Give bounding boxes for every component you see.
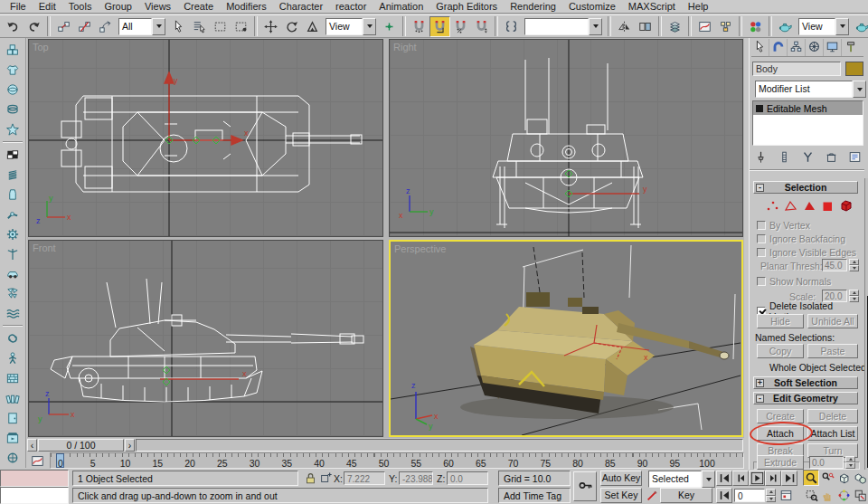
- menu-modifiers[interactable]: Modifiers: [220, 1, 273, 12]
- reactor-ragdoll-constraint-icon[interactable]: [2, 348, 24, 368]
- vertex-mode-icon[interactable]: [766, 199, 779, 215]
- make-unique-icon[interactable]: [801, 150, 815, 166]
- key-filters-button[interactable]: Key Filters...: [660, 488, 712, 503]
- render-scene-button-icon[interactable]: [775, 16, 796, 37]
- planar-thresh-field[interactable]: 45.0: [822, 259, 847, 271]
- pan-icon[interactable]: [819, 487, 835, 503]
- reactor-toy-car-icon[interactable]: [2, 263, 24, 283]
- paste-button[interactable]: Paste: [807, 344, 858, 358]
- remove-modifier-icon[interactable]: [825, 150, 838, 166]
- z-coord-field[interactable]: 0.0: [447, 471, 488, 485]
- time-slider-handle[interactable]: 0 / 100: [38, 439, 124, 452]
- copy-button[interactable]: Copy: [757, 344, 804, 358]
- delete-button[interactable]: Delete: [807, 409, 858, 423]
- reactor-preview-animation-icon[interactable]: [2, 428, 24, 448]
- auto-key-button[interactable]: Auto Key: [600, 471, 642, 486]
- absolute-mode-icon[interactable]: [317, 470, 334, 486]
- maxscript-listener-pink[interactable]: [0, 470, 69, 487]
- modifier-stack[interactable]: Editable Mesh: [752, 100, 863, 146]
- show-end-result-icon[interactable]: [778, 150, 791, 166]
- play-button[interactable]: [749, 471, 765, 486]
- viewport-front[interactable]: Front: [28, 240, 383, 437]
- align-button-icon[interactable]: [635, 16, 656, 37]
- object-color-swatch[interactable]: [845, 62, 863, 76]
- render-preset-dropdown-button[interactable]: [835, 18, 849, 35]
- selection-filter-dropdown[interactable]: All: [118, 18, 165, 35]
- menu-views[interactable]: Views: [138, 1, 177, 12]
- next-frame-button[interactable]: [765, 471, 781, 486]
- percent-snap-toggle-button-icon[interactable]: [450, 16, 471, 37]
- window-crossing-toggle-icon[interactable]: [231, 16, 251, 37]
- select-and-rotate-button-icon[interactable]: [281, 16, 302, 37]
- reactor-dominoes-icon[interactable]: [2, 388, 24, 408]
- select-and-link-button-icon[interactable]: [53, 16, 74, 37]
- panel-scrollbar[interactable]: [864, 178, 868, 470]
- track-bar[interactable]: 0510152025303540455055606570758085909510…: [50, 452, 744, 469]
- add-time-tag-field[interactable]: Add Time Tag: [498, 488, 571, 503]
- tab-display[interactable]: [824, 39, 842, 56]
- configure-modifier-sets-icon[interactable]: [848, 150, 862, 166]
- spinner-snap-toggle-button-icon[interactable]: [471, 16, 492, 37]
- reactor-motor-icon[interactable]: [2, 224, 24, 244]
- reactor-point-point-constraint-icon[interactable]: [2, 185, 24, 204]
- snap-toggle-button-icon[interactable]: [409, 16, 429, 37]
- extrude-button[interactable]: Extrude: [757, 455, 804, 470]
- extrude-spinner[interactable]: [845, 456, 855, 469]
- unlink-selection-button-icon[interactable]: [74, 16, 95, 37]
- menu-tools[interactable]: Tools: [62, 1, 99, 12]
- face-mode-icon[interactable]: [803, 199, 816, 215]
- time-configuration-icon[interactable]: [778, 487, 794, 503]
- rollout-collapse-icon[interactable]: -: [756, 184, 764, 192]
- element-mode-icon[interactable]: [839, 199, 853, 215]
- select-by-name-button-icon[interactable]: [189, 16, 210, 37]
- render-preset-dropdown[interactable]: View: [798, 18, 849, 35]
- previous-frame-button[interactable]: [732, 471, 749, 486]
- tab-motion[interactable]: [806, 39, 824, 56]
- menu-maxscript[interactable]: MAXScript: [622, 1, 682, 12]
- mirror-button-icon[interactable]: [614, 16, 635, 37]
- modifier-bulb-icon[interactable]: [756, 105, 763, 112]
- undo-button-icon[interactable]: [3, 16, 24, 37]
- zoom-extents-icon[interactable]: [835, 470, 852, 486]
- named-selection-sets-dropdown-button[interactable]: [589, 18, 602, 35]
- select-and-manipulate-button-icon[interactable]: [379, 16, 400, 37]
- menu-animation[interactable]: Animation: [373, 1, 429, 12]
- reactor-fracture-icon[interactable]: [2, 283, 24, 303]
- menu-character[interactable]: Character: [273, 1, 329, 12]
- reactor-rigid-body-collection-icon[interactable]: [2, 40, 24, 60]
- go-to-end-button[interactable]: [781, 471, 797, 486]
- reactor-rope-constraint-icon[interactable]: [2, 328, 24, 348]
- menu-help[interactable]: Help: [682, 1, 715, 12]
- selection-set-dropdown[interactable]: Selected: [648, 471, 715, 488]
- attach-button[interactable]: Attach: [757, 426, 804, 441]
- menu-reactor[interactable]: reactor: [329, 1, 373, 12]
- reactor-hinge-constraint-icon[interactable]: [2, 204, 24, 224]
- min-max-toggle-icon[interactable]: [852, 487, 868, 503]
- polygon-mode-icon[interactable]: [821, 199, 835, 215]
- curve-editor-button-icon[interactable]: [694, 16, 715, 37]
- zoom-extents-all-icon[interactable]: [852, 470, 868, 486]
- object-name-field[interactable]: [752, 62, 841, 76]
- angle-snap-toggle-button-icon[interactable]: [429, 16, 450, 37]
- reactor-rope-collection-icon[interactable]: [2, 100, 24, 119]
- rollout-collapse-icon[interactable]: -: [756, 395, 764, 403]
- select-object-button-icon[interactable]: [168, 16, 189, 37]
- reactor-water-icon[interactable]: [2, 303, 24, 323]
- go-to-start-button[interactable]: [716, 471, 732, 486]
- edge-mode-icon[interactable]: [784, 199, 797, 215]
- material-editor-button-icon[interactable]: [745, 16, 766, 37]
- select-and-scale-button-icon[interactable]: [302, 16, 323, 37]
- planar-thresh-spinner[interactable]: [849, 259, 859, 271]
- zoom-tool-icon[interactable]: [803, 470, 819, 486]
- current-frame-field[interactable]: 0: [734, 489, 765, 502]
- selection-lock-icon[interactable]: [302, 470, 318, 486]
- by-vertex-checkbox[interactable]: By Vertex: [757, 220, 810, 231]
- rollout-soft-selection-header[interactable]: + Soft Selection: [753, 376, 858, 389]
- tab-modify[interactable]: [769, 39, 788, 56]
- y-coord-field[interactable]: -23.988: [399, 471, 433, 485]
- reactor-plane-icon[interactable]: [2, 145, 24, 165]
- time-slider-track[interactable]: [136, 439, 743, 452]
- selection-filter-dropdown-button[interactable]: [152, 18, 165, 35]
- menu-graph-editors[interactable]: Graph Editors: [429, 1, 504, 12]
- reactor-spring-icon[interactable]: [2, 165, 24, 185]
